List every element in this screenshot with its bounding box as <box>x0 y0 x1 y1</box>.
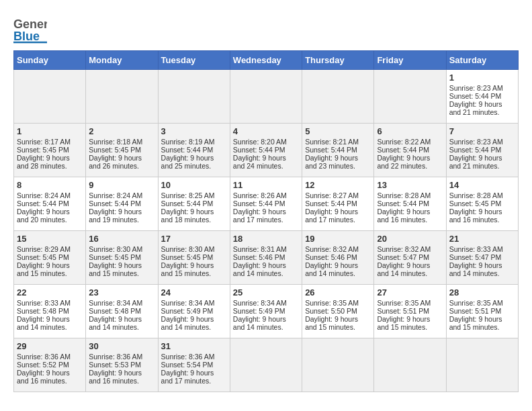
calendar-cell <box>158 70 230 124</box>
day-number: 6 <box>377 126 443 136</box>
sunset-text: Sunset: 5:46 PM <box>233 253 285 261</box>
daylight-text: Daylight: 9 hours and 21 minutes. <box>449 154 502 170</box>
day-header-sunday: Sunday <box>14 51 86 70</box>
svg-text:General: General <box>13 17 47 31</box>
calendar-cell <box>374 338 446 392</box>
daylight-text: Daylight: 9 hours and 25 minutes. <box>161 154 214 170</box>
sunset-text: Sunset: 5:50 PM <box>305 307 357 315</box>
sunrise-text: Sunrise: 8:36 AM <box>89 353 142 361</box>
calendar-cell: 20Sunrise: 8:32 AMSunset: 5:47 PMDayligh… <box>374 231 446 285</box>
week-row-5: 22Sunrise: 8:33 AMSunset: 5:48 PMDayligh… <box>14 285 519 338</box>
sunrise-text: Sunrise: 8:34 AM <box>233 299 287 307</box>
calendar-cell: 23Sunrise: 8:34 AMSunset: 5:48 PMDayligh… <box>86 285 158 338</box>
daylight-text: Daylight: 9 hours and 26 minutes. <box>89 154 142 170</box>
day-number: 4 <box>233 126 299 136</box>
day-number: 5 <box>305 126 371 136</box>
sunrise-text: Sunrise: 8:35 AM <box>449 299 503 307</box>
daylight-text: Daylight: 9 hours and 23 minutes. <box>305 154 358 170</box>
sunset-text: Sunset: 5:44 PM <box>161 146 214 154</box>
day-number: 23 <box>89 287 154 298</box>
sunrise-text: Sunrise: 8:28 AM <box>449 191 503 199</box>
calendar-cell: 13Sunrise: 8:28 AMSunset: 5:44 PMDayligh… <box>374 177 446 231</box>
day-header-saturday: Saturday <box>446 51 518 70</box>
calendar-cell: 22Sunrise: 8:33 AMSunset: 5:48 PMDayligh… <box>14 285 86 338</box>
day-number: 18 <box>233 234 299 244</box>
sunset-text: Sunset: 5:49 PM <box>233 307 285 315</box>
sunset-text: Sunset: 5:44 PM <box>233 146 285 154</box>
day-number: 1 <box>449 73 515 83</box>
sunrise-text: Sunrise: 8:35 AM <box>377 299 431 307</box>
sunset-text: Sunset: 5:45 PM <box>89 253 141 261</box>
calendar-cell: 28Sunrise: 8:35 AMSunset: 5:51 PMDayligh… <box>446 285 518 338</box>
day-header-thursday: Thursday <box>302 51 374 70</box>
calendar-table: SundayMondayTuesdayWednesdayThursdayFrid… <box>13 50 519 392</box>
sunrise-text: Sunrise: 8:36 AM <box>161 353 215 361</box>
sunrise-text: Sunrise: 8:24 AM <box>89 191 142 199</box>
day-number: 29 <box>17 341 83 351</box>
day-number: 12 <box>305 180 371 190</box>
sunset-text: Sunset: 5:45 PM <box>17 253 69 261</box>
sunrise-text: Sunrise: 8:30 AM <box>89 245 142 253</box>
sunset-text: Sunset: 5:48 PM <box>17 307 69 315</box>
calendar-cell: 24Sunrise: 8:34 AMSunset: 5:49 PMDayligh… <box>158 285 230 338</box>
logo: General Blue <box>13 13 47 44</box>
day-number: 30 <box>89 341 154 351</box>
daylight-text: Daylight: 9 hours and 14 minutes. <box>161 315 214 331</box>
sunset-text: Sunset: 5:45 PM <box>449 199 502 208</box>
sunrise-text: Sunrise: 8:29 AM <box>17 245 71 253</box>
daylight-text: Daylight: 9 hours and 14 minutes. <box>17 315 70 331</box>
daylight-text: Daylight: 9 hours and 16 minutes. <box>17 369 70 385</box>
day-number: 10 <box>161 180 227 190</box>
week-row-1: 1Sunrise: 8:23 AMSunset: 5:44 PMDaylight… <box>14 70 519 124</box>
calendar-cell: 26Sunrise: 8:35 AMSunset: 5:50 PMDayligh… <box>302 285 374 338</box>
day-number: 13 <box>377 180 443 190</box>
day-number: 9 <box>89 180 154 190</box>
sunrise-text: Sunrise: 8:26 AM <box>233 191 287 199</box>
sunset-text: Sunset: 5:52 PM <box>17 361 69 369</box>
header-row: SundayMondayTuesdayWednesdayThursdayFrid… <box>14 51 519 70</box>
sunrise-text: Sunrise: 8:35 AM <box>305 299 359 307</box>
sunrise-text: Sunrise: 8:34 AM <box>161 299 215 307</box>
sunset-text: Sunset: 5:48 PM <box>89 307 141 315</box>
day-number: 26 <box>305 287 371 298</box>
sunrise-text: Sunrise: 8:31 AM <box>233 245 287 253</box>
calendar-cell: 15Sunrise: 8:29 AMSunset: 5:45 PMDayligh… <box>14 231 86 285</box>
calendar-cell: 19Sunrise: 8:32 AMSunset: 5:46 PMDayligh… <box>302 231 374 285</box>
calendar-cell <box>302 70 374 124</box>
sunrise-text: Sunrise: 8:17 AM <box>17 138 71 146</box>
daylight-text: Daylight: 9 hours and 14 minutes. <box>89 315 142 331</box>
daylight-text: Daylight: 9 hours and 17 minutes. <box>161 369 214 385</box>
day-number: 7 <box>449 126 515 136</box>
calendar-cell: 6Sunrise: 8:22 AMSunset: 5:44 PMDaylight… <box>374 124 446 177</box>
calendar-cell: 21Sunrise: 8:33 AMSunset: 5:47 PMDayligh… <box>446 231 518 285</box>
day-number: 1 <box>17 126 83 136</box>
calendar-cell: 5Sunrise: 8:21 AMSunset: 5:44 PMDaylight… <box>302 124 374 177</box>
sunrise-text: Sunrise: 8:34 AM <box>89 299 142 307</box>
sunrise-text: Sunrise: 8:32 AM <box>305 245 359 253</box>
day-number: 14 <box>449 180 515 190</box>
calendar-cell: 25Sunrise: 8:34 AMSunset: 5:49 PMDayligh… <box>230 285 302 338</box>
sunrise-text: Sunrise: 8:20 AM <box>233 138 287 146</box>
sunrise-text: Sunrise: 8:19 AM <box>161 138 215 146</box>
sunrise-text: Sunrise: 8:25 AM <box>161 191 215 199</box>
day-number: 22 <box>17 287 83 298</box>
calendar-cell: 30Sunrise: 8:36 AMSunset: 5:53 PMDayligh… <box>86 338 158 392</box>
day-header-monday: Monday <box>86 51 158 70</box>
calendar-cell: 9Sunrise: 8:24 AMSunset: 5:44 PMDaylight… <box>86 177 158 231</box>
daylight-text: Daylight: 9 hours and 22 minutes. <box>377 154 430 170</box>
day-header-tuesday: Tuesday <box>158 51 230 70</box>
sunrise-text: Sunrise: 8:23 AM <box>449 84 503 92</box>
sunset-text: Sunset: 5:44 PM <box>377 199 429 208</box>
daylight-text: Daylight: 9 hours and 15 minutes. <box>161 261 214 277</box>
day-number: 31 <box>161 341 227 351</box>
day-number: 19 <box>305 234 371 244</box>
daylight-text: Daylight: 9 hours and 14 minutes. <box>233 315 286 331</box>
sunset-text: Sunset: 5:44 PM <box>233 199 285 208</box>
sunset-text: Sunset: 5:44 PM <box>377 146 429 154</box>
sunset-text: Sunset: 5:45 PM <box>17 146 69 154</box>
daylight-text: Daylight: 9 hours and 17 minutes. <box>233 208 286 224</box>
calendar-cell <box>374 70 446 124</box>
day-number: 3 <box>161 126 227 136</box>
week-row-2: 1Sunrise: 8:17 AMSunset: 5:45 PMDaylight… <box>14 124 519 177</box>
day-header-wednesday: Wednesday <box>230 51 302 70</box>
